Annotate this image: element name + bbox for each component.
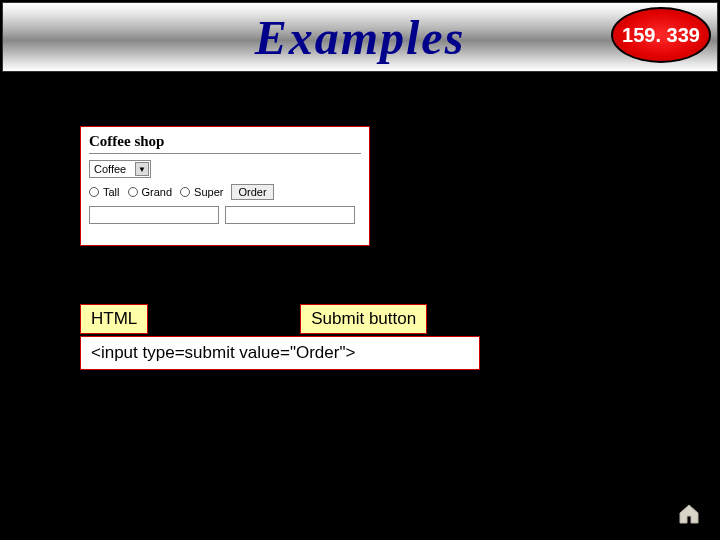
course-number-badge: 159. 339 [611, 7, 711, 63]
coffee-select[interactable]: Coffee ▼ [89, 160, 151, 178]
select-row: Coffee ▼ [89, 160, 361, 178]
radio-grand-label: Grand [142, 186, 173, 198]
radio-super[interactable] [180, 187, 190, 197]
home-icon[interactable] [676, 502, 702, 526]
text-input-row [89, 206, 361, 224]
size-radio-group: Tall Grand Super Order [89, 184, 361, 200]
title-bar: Examples 159. 339 [2, 2, 718, 72]
submit-button-label: Submit button [300, 304, 427, 334]
page-title: Examples [255, 10, 466, 65]
slide-content: Coffee shop Coffee ▼ Tall Grand Super Or… [0, 74, 720, 540]
radio-tall-label: Tall [103, 186, 120, 198]
form-heading: Coffee shop [89, 133, 361, 150]
radio-grand[interactable] [128, 187, 138, 197]
radio-tall[interactable] [89, 187, 99, 197]
html-label: HTML [80, 304, 148, 334]
label-row: HTML Submit button [80, 304, 427, 334]
radio-super-label: Super [194, 186, 223, 198]
code-snippet: <input type=submit value="Order"> [80, 336, 480, 370]
divider [89, 153, 361, 154]
text-input-2[interactable] [225, 206, 355, 224]
text-input-1[interactable] [89, 206, 219, 224]
example-form-box: Coffee shop Coffee ▼ Tall Grand Super Or… [80, 126, 370, 246]
coffee-select-value: Coffee [94, 163, 126, 175]
chevron-down-icon: ▼ [135, 162, 149, 176]
order-button[interactable]: Order [231, 184, 273, 200]
